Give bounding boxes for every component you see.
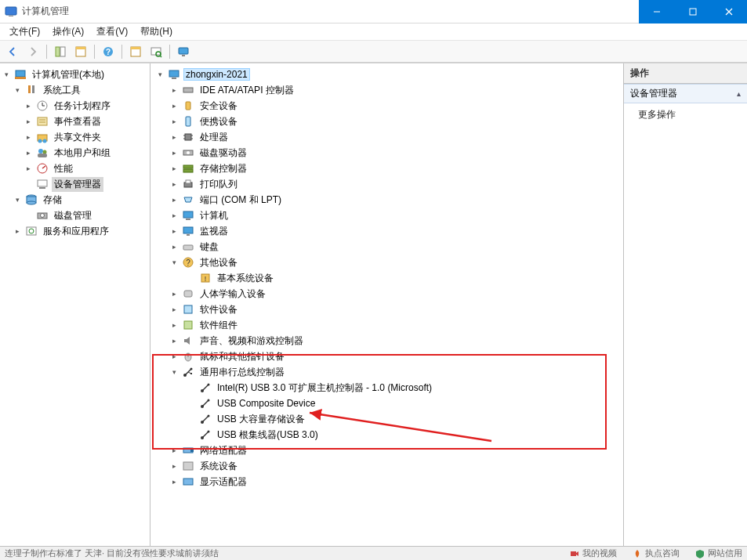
device-item-software-devices[interactable]: ▸ 软件设备 [155, 302, 622, 317]
device-item-network-adapters[interactable]: ▸ 网络适配器 [155, 443, 622, 458]
toolbar-monitor-button[interactable] [174, 43, 193, 60]
result-pane[interactable]: ▾ zhongxin-2021 ▸ IDE ATA/ATAPI 控制器 ▸ 安全… [150, 63, 624, 546]
expander-open-icon[interactable]: ▾ [169, 367, 179, 377]
device-item-base-system-device[interactable]: ▸ ! 基本系统设备 [155, 270, 622, 286]
expander-closed-icon[interactable]: ▸ [169, 352, 179, 361]
device-item-ide-ata[interactable]: ▸ IDE ATA/ATAPI 控制器 [155, 82, 622, 98]
menu-file[interactable]: 文件(F) [3, 23, 46, 40]
tree-item-event-viewer[interactable]: ▸ 事件查看器 [2, 114, 148, 129]
tree-item-system-tools[interactable]: ▾ 系统工具 [2, 82, 148, 98]
device-item-monitors[interactable]: ▸ 监视器 [155, 223, 622, 239]
device-item-usb-controllers[interactable]: ▾ 通用串行总线控制器 [155, 364, 622, 380]
title-bar: 计算机管理 [0, 0, 747, 23]
tree-item-performance[interactable]: ▸ 性能 [2, 161, 148, 176]
device-item-computer[interactable]: ▸ 计算机 [155, 208, 622, 223]
expander-open-icon[interactable]: ▾ [155, 70, 165, 79]
expander-closed-icon[interactable]: ▸ [169, 289, 179, 298]
device-label: 安全设备 [198, 99, 240, 114]
maximize-button[interactable] [675, 0, 711, 23]
device-item-sound-video-game[interactable]: ▸ 声音、视频和游戏控制器 [155, 333, 622, 349]
device-item-other-devices[interactable]: ▾ ? 其他设备 [155, 255, 622, 270]
expander-open-icon[interactable]: ▾ [2, 70, 11, 79]
device-item-ports[interactable]: ▸ 端口 (COM 和 LPT) [155, 192, 622, 208]
device-item-portable-devices[interactable]: ▸ 便携设备 [155, 114, 622, 129]
toolbar-forward-button[interactable] [24, 43, 42, 60]
expander-closed-icon[interactable]: ▸ [24, 148, 33, 157]
expander-closed-icon[interactable]: ▸ [24, 117, 33, 126]
status-item[interactable]: 网站信用 [695, 547, 742, 559]
processor-icon [182, 131, 194, 143]
scope-pane[interactable]: ▾ 计算机管理(本地) ▾ 系统工具 ▸ 任务计划程序 [0, 63, 150, 546]
menu-view[interactable]: 查看(V) [90, 23, 134, 40]
device-item-hid[interactable]: ▸ 人体学输入设备 [155, 286, 622, 302]
expander-closed-icon[interactable]: ▸ [169, 461, 179, 471]
device-item-computer-root[interactable]: ▾ zhongxin-2021 [155, 67, 622, 82]
expander-closed-icon[interactable]: ▸ [24, 164, 33, 173]
device-item-keyboards[interactable]: ▸ 键盘 [155, 239, 622, 255]
expander-closed-icon[interactable]: ▸ [169, 446, 179, 455]
device-manager-icon [36, 178, 49, 190]
expander-closed-icon[interactable]: ▸ [169, 477, 179, 486]
device-item-disk-drives[interactable]: ▸ 磁盘驱动器 [155, 145, 622, 161]
status-item[interactable]: 我的视频 [570, 547, 617, 559]
expander-closed-icon[interactable]: ▸ [169, 85, 179, 95]
expander-closed-icon[interactable]: ▸ [24, 101, 33, 110]
expander-closed-icon[interactable]: ▸ [169, 305, 179, 314]
minimize-button[interactable] [639, 0, 675, 23]
device-item-mice[interactable]: ▸ 鼠标和其他指针设备 [155, 349, 622, 364]
tree-item-local-users-groups[interactable]: ▸ 本地用户和组 [2, 145, 148, 161]
expander-closed-icon[interactable]: ▸ [169, 242, 179, 251]
expander-closed-icon[interactable]: ▸ [169, 226, 179, 236]
device-item-usb-composite[interactable]: ▸ USB Composite Device [155, 396, 622, 411]
collapse-icon[interactable]: ▴ [737, 89, 741, 98]
expander-closed-icon[interactable]: ▸ [169, 179, 179, 189]
expander-closed-icon[interactable]: ▸ [169, 164, 179, 173]
actions-subheader[interactable]: 设备管理器 ▴ [624, 84, 747, 103]
device-item-usb-mass-storage[interactable]: ▸ USB 大容量存储设备 [155, 411, 622, 427]
tree-item-shared-folders[interactable]: ▸ 共享文件夹 [2, 129, 148, 145]
expander-closed-icon[interactable]: ▸ [169, 320, 179, 330]
menu-action[interactable]: 操作(A) [46, 23, 90, 40]
expander-open-icon[interactable]: ▾ [13, 195, 22, 204]
expander-closed-icon[interactable]: ▸ [169, 336, 179, 345]
menu-help[interactable]: 帮助(H) [134, 23, 179, 40]
expander-closed-icon[interactable]: ▸ [24, 132, 33, 142]
expander-closed-icon[interactable]: ▸ [169, 101, 179, 110]
tree-item-storage[interactable]: ▾ 存储 [2, 192, 148, 208]
expander-closed-icon[interactable]: ▸ [169, 132, 179, 142]
expander-closed-icon[interactable]: ▸ [169, 117, 179, 126]
device-label: 键盘 [198, 240, 221, 255]
device-item-usb-root-hub[interactable]: ▸ USB 根集线器(USB 3.0) [155, 427, 622, 443]
expander-closed-icon[interactable]: ▸ [169, 211, 179, 220]
toolbar-back-button[interactable] [3, 43, 22, 60]
toolbar-show-hide-tree-button[interactable] [51, 43, 70, 60]
device-item-system-devices[interactable]: ▸ 系统设备 [155, 458, 622, 474]
ports-icon [182, 193, 194, 206]
expander-closed-icon[interactable]: ▸ [13, 226, 22, 236]
expander-closed-icon[interactable]: ▸ [169, 195, 179, 204]
device-item-software-components[interactable]: ▸ 软件组件 [155, 317, 622, 333]
device-item-processors[interactable]: ▸ 处理器 [155, 129, 622, 145]
device-item-security-devices[interactable]: ▸ 安全设备 [155, 98, 622, 114]
toolbar-refresh-tree-button[interactable] [126, 43, 145, 60]
tree-item-disk-management[interactable]: ▸ 磁盘管理 [2, 208, 148, 223]
toolbar-scan-button[interactable] [147, 43, 165, 60]
tree-item-services-apps[interactable]: ▸ 服务和应用程序 [2, 223, 148, 239]
svg-rect-66 [183, 245, 193, 250]
toolbar-help-button[interactable]: ? [99, 43, 118, 60]
tree-item-computer-management[interactable]: ▾ 计算机管理(本地) [2, 67, 148, 82]
tree-item-device-manager[interactable]: ▸ 设备管理器 [2, 176, 148, 192]
expander-closed-icon[interactable]: ▸ [169, 148, 179, 157]
device-item-display-adapters[interactable]: ▸ 显示适配器 [155, 474, 622, 490]
device-item-usb-intel-xhci[interactable]: ▸ Intel(R) USB 3.0 可扩展主机控制器 - 1.0 (Micro… [155, 380, 622, 396]
tree-item-task-scheduler[interactable]: ▸ 任务计划程序 [2, 98, 148, 114]
actions-more-actions[interactable]: 更多操作 [624, 103, 747, 126]
status-item[interactable]: 执点咨询 [633, 547, 680, 559]
device-item-print-queues[interactable]: ▸ 打印队列 [155, 176, 622, 192]
keyboard-icon [182, 240, 194, 253]
close-button[interactable] [711, 0, 747, 23]
device-item-storage-controllers[interactable]: ▸ 存储控制器 [155, 161, 622, 176]
toolbar-properties-button[interactable] [71, 43, 90, 60]
expander-open-icon[interactable]: ▾ [169, 258, 179, 267]
expander-open-icon[interactable]: ▾ [13, 85, 22, 95]
